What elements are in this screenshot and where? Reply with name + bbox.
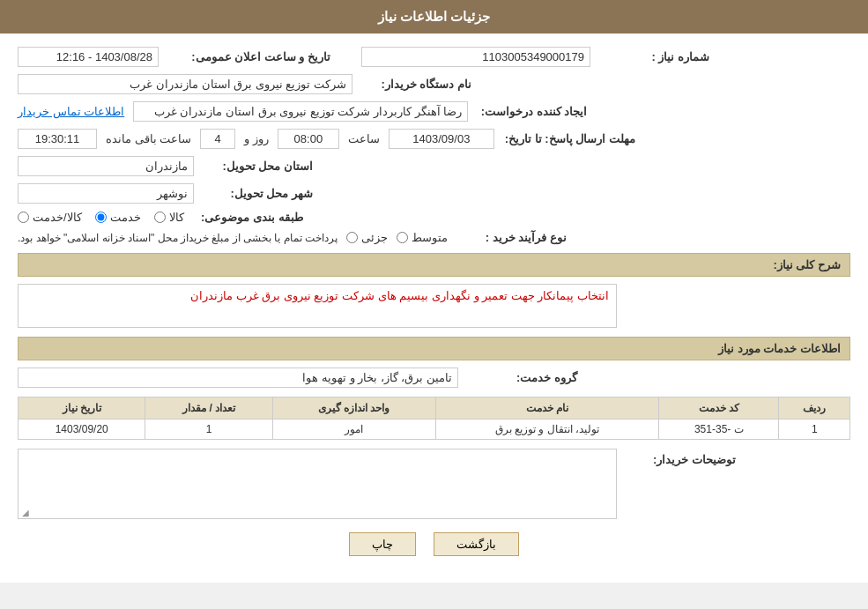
shomara-value: 1103005349000179 — [361, 47, 590, 67]
shahr-label: شهر محل تحویل: — [194, 187, 317, 200]
sharh-row: انتخاب پیمانکار جهت تعمیر و نگهداری بیسی… — [18, 284, 850, 328]
farayand-row: نوع فرآیند خرید : متوسط جزئی پرداخت تمام… — [18, 231, 850, 244]
sharh-value: انتخاب پیمانکار جهت تعمیر و نگهداری بیسی… — [18, 284, 617, 328]
table-cell-vahed: امور — [272, 420, 435, 440]
tabaqe-khedmat-radio[interactable] — [95, 212, 107, 223]
ijad-row: ایجاد کننده درخواست: رضا آهنگر کاربردار … — [18, 101, 850, 122]
farayand-متوسط-radio[interactable] — [397, 232, 408, 243]
shomara-label: شماره نیاز : — [590, 50, 714, 63]
resize-handle: ◢ — [20, 508, 29, 516]
tozihat-label: توضیحات خریدار: — [617, 449, 740, 466]
nam-dastgah-value: شرکت توزیع نیروی برق استان مازندران غرب — [18, 74, 352, 94]
tabaqe-kala-khedmat[interactable]: کالا/خدمت — [18, 211, 82, 224]
table-cell-tarikh: 1403/09/20 — [19, 420, 145, 440]
print-button[interactable]: چاپ — [349, 532, 416, 556]
farayand-options: متوسط جزئی پرداخت تمام یا بخشی از مبلغ خ… — [18, 231, 448, 244]
nam-dastgah-row: نام دستگاه خریدار: شرکت توزیع نیروی برق … — [18, 74, 850, 94]
mohlat-roz-label: روز و — [240, 132, 273, 145]
service-section-label: اطلاعات خدمات مورد نیاز — [718, 342, 841, 355]
col-vahed: واحد اندازه گیری — [272, 397, 435, 420]
shahr-value: نوشهر — [18, 183, 194, 204]
mohlat-row: مهلت ارسال پاسخ: تا تاریخ: 1403/09/03 سا… — [18, 129, 850, 149]
col-tarikh: تاریخ نیاز — [19, 397, 145, 420]
tozihat-row: توضیحات خریدار: ◢ — [18, 449, 850, 519]
farayand-متوسط-label: متوسط — [412, 231, 448, 244]
col-nam: نام خدمت — [435, 397, 659, 420]
farayand-متوسط[interactable]: متوسط — [397, 231, 448, 244]
service-section-title: اطلاعات خدمات مورد نیاز — [18, 337, 850, 360]
tabaqe-kala-khedmat-radio[interactable] — [18, 212, 29, 223]
tabaqe-khedmat[interactable]: خدمت — [95, 211, 141, 224]
table-cell-kod_khedmat: ت -35-351 — [659, 420, 779, 440]
ostan-row: استان محل تحویل: مازندران — [18, 156, 850, 176]
tabaqe-khedmat-label: خدمت — [110, 211, 141, 224]
grooh-khedmat-label: گروه خدمت: — [458, 371, 582, 384]
shomara-row: شماره نیاز : 1103005349000179 تاریخ و سا… — [18, 47, 850, 67]
tabaqe-radio-group: کالا/خدمت خدمت کالا — [18, 211, 184, 224]
sharh-section-title: شرح کلی نیاز: — [18, 253, 850, 277]
ostan-label: استان محل تحویل: — [194, 160, 317, 173]
mohlat-roz: 4 — [200, 129, 235, 149]
tarikh-aalan-label: تاریخ و ساعت اعلان عمومی: — [159, 50, 335, 63]
buttons-row: بازگشت چاپ — [18, 532, 850, 556]
page-header: جزئیات اطلاعات نیاز — [0, 0, 868, 33]
sharh-section-label: شرح کلی نیاز: — [773, 258, 841, 271]
tabaqe-row: طبقه بندی موضوعی: کالا/خدمت خدمت کالا — [18, 211, 850, 224]
grooh-khedmat-value: تامین برق، گاز، بخار و تهویه هوا — [18, 368, 458, 388]
ijad-link[interactable]: اطلاعات تماس خریدار — [18, 105, 124, 118]
table-row: 1ت -35-351تولید، انتقال و توزیع برقامور1… — [19, 420, 850, 440]
back-button[interactable]: بازگشت — [434, 532, 519, 556]
ostan-value: مازندران — [18, 156, 194, 176]
farayand-جزئی-radio[interactable] — [346, 232, 358, 243]
mohlat-baqi: 19:30:11 — [18, 129, 97, 149]
col-tedad: تعداد / مقدار — [145, 397, 272, 420]
shahr-row: شهر محل تحویل: نوشهر — [18, 183, 850, 204]
mohlat-label: مهلت ارسال پاسخ: تا تاریخ: — [499, 132, 640, 145]
mohlat-baqi-label: ساعت باقی مانده — [101, 132, 196, 145]
tabaqe-kala-khedmat-label: کالا/خدمت — [33, 211, 82, 224]
tabaqe-label: طبقه بندی موضوعی: — [184, 211, 308, 224]
farayand-text: پرداخت تمام یا بخشی از مبلغ خریداز محل "… — [18, 232, 338, 244]
tozihat-box[interactable]: ◢ — [18, 449, 617, 519]
tabaqe-kala[interactable]: کالا — [154, 211, 184, 224]
farayand-جزئی-label: جزئی — [361, 231, 388, 244]
farayand-label: نوع فرآیند خرید : — [448, 231, 571, 244]
table-cell-nam_khedmat: تولید، انتقال و توزیع برق — [435, 420, 659, 440]
page-title: جزئیات اطلاعات نیاز — [378, 9, 490, 24]
mohlat-saat: 08:00 — [278, 129, 339, 149]
tarikh-aalan-value: 1403/08/28 - 12:16 — [18, 47, 159, 67]
mohlat-date: 1403/09/03 — [389, 129, 494, 149]
ijad-label: ایجاد کننده درخواست: — [468, 105, 591, 118]
table-cell-radif: 1 — [779, 420, 850, 440]
col-radif: ردیف — [779, 397, 850, 420]
grooh-khedmat-row: گروه خدمت: تامین برق، گاز، بخار و تهویه … — [18, 368, 850, 388]
nam-dastgah-label: نام دستگاه خریدار: — [352, 78, 476, 91]
mohlat-saat-label: ساعت — [344, 132, 384, 145]
farayand-جزئی[interactable]: جزئی — [346, 231, 388, 244]
services-table-container: ردیف کد خدمت نام خدمت واحد اندازه گیری ت… — [18, 397, 850, 440]
tabaqe-kala-label: کالا — [169, 211, 184, 224]
col-kod: کد خدمت — [659, 397, 779, 420]
services-table: ردیف کد خدمت نام خدمت واحد اندازه گیری ت… — [18, 397, 850, 440]
tabaqe-kala-radio[interactable] — [154, 212, 166, 223]
table-cell-tedad: 1 — [145, 420, 272, 440]
ijad-value: رضا آهنگر کاربردار شرکت توزیع نیروی برق … — [133, 101, 468, 122]
